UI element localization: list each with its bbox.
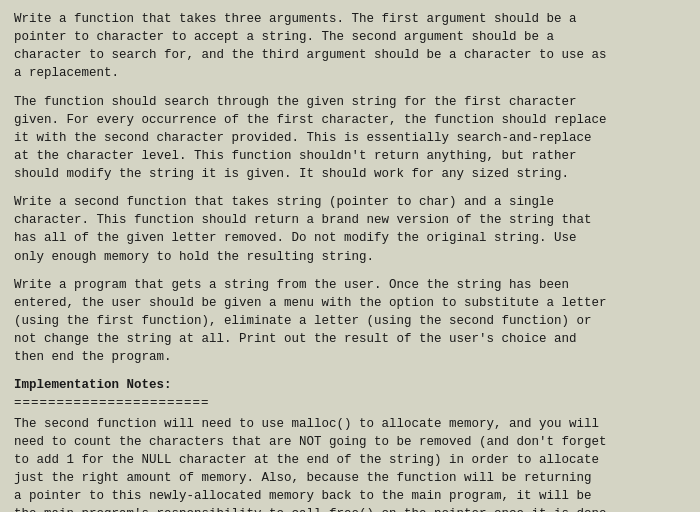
implementation-notes-title: Implementation Notes: xyxy=(14,376,686,394)
paragraph-1-text: Write a function that takes three argume… xyxy=(14,12,607,80)
implementation-notes-body: The second function will need to use mal… xyxy=(14,417,607,513)
paragraph-4: Write a program that gets a string from … xyxy=(14,276,686,367)
paragraph-3: Write a second function that takes strin… xyxy=(14,193,686,266)
paragraph-5: Implementation Notes: ==================… xyxy=(14,376,686,512)
page-container: Write a function that takes three argume… xyxy=(0,0,700,512)
paragraph-1: Write a function that takes three argume… xyxy=(14,10,686,83)
paragraph-3-text: Write a second function that takes strin… xyxy=(14,195,592,263)
paragraph-4-text: Write a program that gets a string from … xyxy=(14,278,607,365)
paragraph-2: The function should search through the g… xyxy=(14,93,686,184)
paragraph-2-text: The function should search through the g… xyxy=(14,95,607,182)
implementation-notes-divider: ======================= xyxy=(14,394,686,412)
